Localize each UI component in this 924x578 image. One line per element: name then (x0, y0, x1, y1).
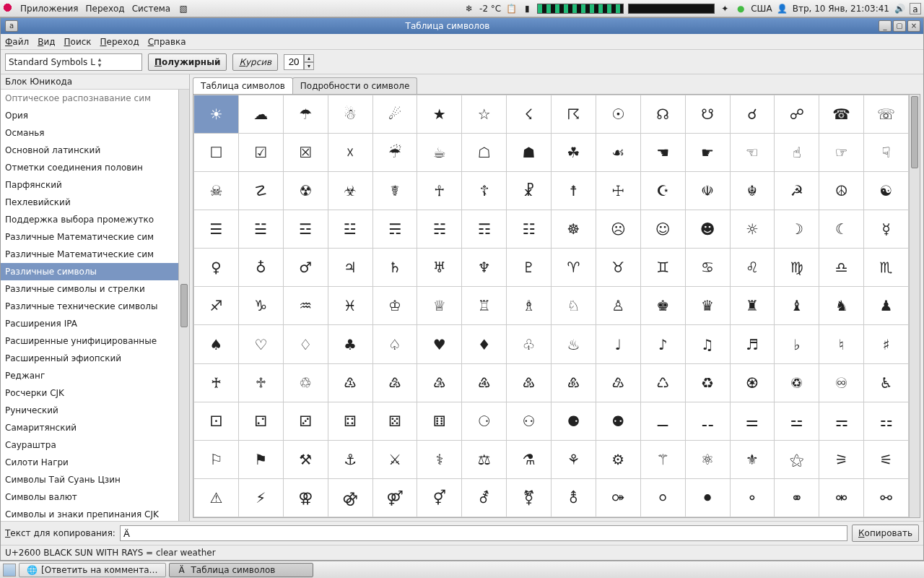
char-cell[interactable]: ⚜ (730, 440, 775, 478)
clipboard-icon[interactable]: 📋 (505, 3, 517, 14)
char-cell[interactable]: ⚧ (507, 478, 552, 517)
char-cell[interactable]: ♸ (552, 363, 596, 402)
char-cell[interactable]: ♼ (730, 363, 775, 402)
char-cell[interactable]: ♙ (596, 287, 640, 325)
grid-scroll-thumb[interactable] (911, 96, 918, 168)
char-cell[interactable]: ☱ (238, 210, 283, 249)
char-cell[interactable]: ☘ (552, 134, 596, 172)
char-cell[interactable]: ♬ (730, 325, 775, 363)
char-cell[interactable]: ☎ (819, 95, 864, 134)
char-cell[interactable]: ☣ (328, 172, 372, 210)
char-cell[interactable]: ♕ (417, 287, 462, 325)
block-list-item[interactable]: Оптическое распознавание сим (1, 90, 189, 107)
char-cell[interactable]: ♣ (328, 325, 372, 363)
a11y-icon[interactable]: a (910, 3, 921, 14)
char-cell[interactable]: ⚀ (194, 402, 239, 440)
char-cell[interactable]: ♦ (462, 325, 507, 363)
char-cell[interactable]: ⚣ (328, 478, 372, 517)
char-cell[interactable]: ☻ (685, 210, 730, 249)
char-cell[interactable]: ☒ (283, 134, 328, 172)
block-list-item[interactable]: Силоти Нагри (1, 454, 189, 471)
char-cell[interactable]: ☌ (730, 95, 775, 134)
char-cell[interactable]: ☾ (819, 210, 864, 249)
char-cell[interactable]: ☝ (775, 134, 819, 172)
char-cell[interactable]: ⚇ (507, 402, 552, 440)
char-cell[interactable]: ⚦ (462, 478, 507, 517)
char-cell[interactable]: ♑ (238, 287, 283, 325)
block-list-item[interactable]: Различные Математические сим (1, 228, 189, 246)
size-input[interactable] (284, 54, 304, 70)
char-cell[interactable]: ☊ (640, 95, 685, 134)
char-cell[interactable]: ☙ (596, 134, 640, 172)
char-cell[interactable]: ⚏ (864, 402, 909, 440)
char-cell[interactable]: ⚔ (372, 440, 417, 478)
char-cell[interactable]: ⚩ (596, 478, 640, 517)
update-icon[interactable]: ✦ (719, 3, 731, 14)
char-cell[interactable]: ⚢ (283, 478, 328, 517)
character-grid[interactable]: ☀☁☂☃☄★☆☇☈☉☊☋☌☍☎☏☐☑☒☓☔☕☖☗☘☙☚☛☜☝☞☟☠☡☢☣☤☥☦☧… (193, 94, 920, 518)
taskbar-button[interactable]: ÄТаблица символов (169, 563, 313, 577)
char-cell[interactable]: ⚊ (640, 402, 685, 440)
char-cell[interactable]: ♘ (552, 287, 596, 325)
char-cell[interactable]: ☉ (596, 95, 640, 134)
char-cell[interactable]: ⚆ (462, 402, 507, 440)
titlebar[interactable]: a Таблица символов _ ▢ × (1, 18, 923, 34)
char-cell[interactable]: ⚉ (596, 402, 640, 440)
char-cell[interactable]: ☳ (328, 210, 372, 249)
char-cell[interactable]: ☿ (864, 210, 909, 249)
char-cell[interactable]: ☰ (194, 210, 239, 249)
char-cell[interactable]: ♆ (462, 249, 507, 287)
char-cell[interactable]: ♶ (462, 363, 507, 402)
char-cell[interactable]: ☈ (552, 95, 596, 134)
bold-button[interactable]: Полужирный (148, 53, 227, 71)
char-cell[interactable]: ⚄ (372, 402, 417, 440)
block-list-item[interactable]: Саураштра (1, 436, 189, 454)
char-cell[interactable]: ⚂ (283, 402, 328, 440)
weather-icon[interactable]: ❄ (463, 3, 475, 14)
char-cell[interactable]: ♎ (819, 249, 864, 287)
close-button[interactable]: × (907, 20, 920, 32)
char-cell[interactable]: ♓ (328, 287, 372, 325)
keyboard-layout[interactable]: США (751, 4, 772, 14)
char-cell[interactable]: ⚭ (775, 478, 819, 517)
char-cell[interactable]: ♄ (372, 249, 417, 287)
char-cell[interactable]: ☶ (462, 210, 507, 249)
char-cell[interactable]: ☴ (372, 210, 417, 249)
clock[interactable]: Втр, 10 Янв, 21:03:41 (793, 4, 889, 14)
char-cell[interactable]: ♛ (685, 287, 730, 325)
char-cell[interactable]: ☩ (596, 172, 640, 210)
block-list-item[interactable]: Поддержка выбора промежутко (1, 211, 189, 228)
panel-menu-apps[interactable]: Приложения (20, 4, 79, 14)
char-cell[interactable]: ☭ (775, 172, 819, 210)
char-cell[interactable]: ♭ (775, 325, 819, 363)
menu-view[interactable]: Вид (38, 37, 55, 47)
char-cell[interactable]: ♡ (238, 325, 283, 363)
char-cell[interactable]: ⚁ (238, 402, 283, 440)
char-cell[interactable]: ♹ (596, 363, 640, 402)
user-icon[interactable]: 👤 (777, 3, 788, 14)
char-cell[interactable]: ♁ (238, 249, 283, 287)
char-cell[interactable]: ⚐ (194, 440, 239, 478)
char-cell[interactable]: ♝ (775, 287, 819, 325)
char-cell[interactable]: ☓ (328, 134, 372, 172)
block-list-item[interactable]: Расширенные унифицированные (1, 332, 189, 350)
char-cell[interactable]: ☑ (238, 134, 283, 172)
char-cell[interactable]: ♊ (640, 249, 685, 287)
char-cell[interactable]: ☥ (417, 172, 462, 210)
char-cell[interactable]: ☼ (730, 210, 775, 249)
block-list-item[interactable]: Отметки соединения половин (1, 159, 189, 176)
char-cell[interactable]: ★ (417, 95, 462, 134)
char-cell[interactable]: ♐ (194, 287, 239, 325)
char-cell[interactable]: ⚨ (552, 478, 596, 517)
char-cell[interactable]: ☯ (864, 172, 909, 210)
block-list-item[interactable]: Символы Тай Суань Цзин (1, 471, 189, 488)
char-cell[interactable]: ☠ (194, 172, 239, 210)
char-cell[interactable]: ♔ (372, 287, 417, 325)
minimize-button[interactable]: _ (879, 20, 892, 32)
char-cell[interactable]: ☗ (507, 134, 552, 172)
net-graph-icon[interactable] (628, 4, 715, 14)
char-cell[interactable]: ☏ (864, 95, 909, 134)
char-cell[interactable]: ♱ (238, 363, 283, 402)
char-cell[interactable]: ⚛ (685, 440, 730, 478)
char-cell[interactable]: ⚕ (417, 440, 462, 478)
